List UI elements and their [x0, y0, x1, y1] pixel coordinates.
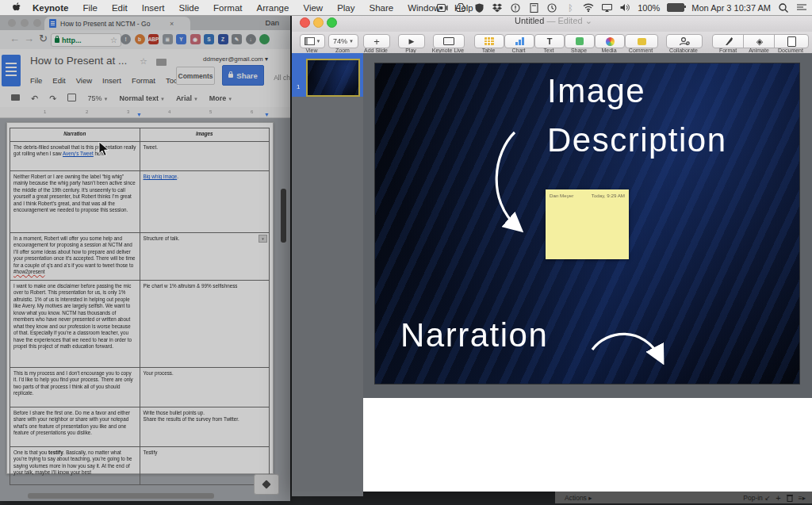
- extension-icon-8[interactable]: ✎: [232, 34, 242, 44]
- shape-button[interactable]: [565, 34, 595, 48]
- battery-icon[interactable]: [667, 3, 684, 12]
- popin-button[interactable]: Pop-in ↙: [743, 494, 770, 502]
- menu-app-name[interactable]: Keynote: [25, 3, 75, 13]
- shield-icon[interactable]: [473, 2, 485, 13]
- media-button[interactable]: [595, 34, 625, 48]
- edited-status[interactable]: — Edited ⌄: [546, 16, 592, 25]
- menu-edit[interactable]: Edit: [105, 3, 135, 13]
- images-cell[interactable]: Big whig image.: [140, 171, 270, 233]
- add-slide-button[interactable]: +: [363, 34, 390, 48]
- view-button[interactable]: ▼: [300, 34, 325, 48]
- document-page[interactable]: NarrationImagesThe debris-filled snowbal…: [6, 122, 274, 474]
- docs-horizontal-scrollbar[interactable]: [28, 493, 214, 499]
- more-button[interactable]: More▼: [209, 94, 232, 102]
- comment-sticky-note[interactable]: Dan Meyer Today, 9:29 AM: [546, 189, 629, 259]
- share-button[interactable]: Share: [222, 65, 264, 86]
- text-button[interactable]: T: [534, 34, 565, 48]
- extension-icon-5[interactable]: ◉: [190, 34, 201, 44]
- volume-icon[interactable]: [619, 2, 630, 13]
- chrome-close-button[interactable]: [8, 19, 16, 27]
- format-button[interactable]: [712, 34, 745, 48]
- menu-slide[interactable]: Slide: [172, 3, 207, 13]
- selected-slide-row[interactable]: 1: [292, 53, 363, 97]
- forward-icon[interactable]: →: [24, 33, 34, 44]
- list-menu[interactable]: ≡▸: [799, 494, 806, 502]
- narration-cell[interactable]: One is that you testify. Basically, no m…: [10, 447, 140, 485]
- trash-icon[interactable]: [787, 494, 793, 502]
- docs-menu-edit[interactable]: Edit: [52, 76, 65, 85]
- narration-cell[interactable]: The debris-filled snowball that is this …: [10, 142, 140, 171]
- images-cell[interactable]: Pie chart w 1% altruism & 99% selfishnes…: [140, 281, 270, 368]
- images-cell[interactable]: Testify: [140, 447, 270, 485]
- add-button[interactable]: +: [776, 493, 780, 503]
- narration-images-table[interactable]: NarrationImagesThe debris-filled snowbal…: [10, 128, 270, 485]
- time-machine-icon[interactable]: [546, 2, 557, 13]
- comment-button[interactable]: [625, 34, 658, 48]
- narration-cell[interactable]: Neither Robert or I are owning the label…: [10, 171, 140, 233]
- menu-insert[interactable]: Insert: [135, 3, 172, 13]
- menu-arrange[interactable]: Arrange: [250, 3, 297, 13]
- doc-link[interactable]: Big whig image: [144, 174, 178, 179]
- narration-cell[interactable]: I want to make one disclaimer before pas…: [10, 281, 140, 368]
- narration-cell[interactable]: In a moment, Robert will offer you some …: [10, 233, 140, 281]
- paint-format-icon[interactable]: [67, 94, 76, 103]
- docs-logo-icon[interactable]: [2, 55, 21, 86]
- reload-icon[interactable]: ↻: [39, 33, 48, 44]
- font-select[interactable]: Arial▼: [176, 94, 198, 102]
- images-cell[interactable]: Tweet.: [140, 142, 270, 171]
- extension-icon-3[interactable]: ≣: [163, 34, 173, 44]
- docs-menu-format[interactable]: Format: [132, 76, 155, 85]
- bluetooth-icon[interactable]: ᛒ: [565, 2, 576, 13]
- images-cell[interactable]: Write those bullet points up.Share the r…: [140, 407, 270, 447]
- docs-menu-insert[interactable]: Insert: [102, 76, 121, 85]
- archive-icon[interactable]: [528, 2, 539, 13]
- keynote-live-button[interactable]: [433, 34, 465, 48]
- narration-cell[interactable]: This is my process and I don’t encourage…: [10, 368, 140, 407]
- alert-icon[interactable]: [510, 2, 521, 13]
- extension-icon-9[interactable]: ↓: [246, 34, 256, 44]
- slide[interactable]: Image Description Narration Dan Meyer To…: [375, 63, 799, 384]
- extension-icon-0[interactable]: !: [121, 34, 131, 44]
- images-cell[interactable]: Structure of talk.▾: [140, 233, 270, 281]
- dropbox-icon[interactable]: [492, 2, 503, 13]
- presenter-notes-area[interactable]: [363, 398, 812, 492]
- menu-format[interactable]: Format: [206, 3, 249, 13]
- menu-share[interactable]: Share: [362, 3, 401, 13]
- chart-button[interactable]: [504, 34, 534, 48]
- menu-view[interactable]: View: [296, 3, 330, 13]
- address-bar[interactable]: http... ☆: [51, 33, 121, 47]
- star-icon[interactable]: ☆: [140, 56, 147, 67]
- apple-menu-icon[interactable]: [11, 2, 22, 13]
- extension-icon-1[interactable]: b: [135, 34, 145, 44]
- actions-menu[interactable]: Actions ▸: [555, 494, 592, 502]
- menu-clock[interactable]: Mon Apr 3 10:37 AM: [691, 3, 771, 13]
- account-email[interactable]: ddmeyer@gmail.com ▾: [203, 55, 268, 63]
- docs-menu-file[interactable]: File: [30, 76, 42, 85]
- extension-icon-2[interactable]: ABP: [148, 34, 159, 44]
- menu-play[interactable]: Play: [330, 3, 362, 13]
- bookmark-star-icon[interactable]: ☆: [110, 36, 117, 44]
- paragraph-style-select[interactable]: Normal text▼: [119, 94, 164, 102]
- slide-thumbnail[interactable]: [306, 59, 360, 97]
- drive-icon[interactable]: [455, 2, 466, 13]
- comment-marker-icon[interactable]: ▾: [259, 235, 267, 243]
- tab-close-icon[interactable]: ×: [170, 20, 174, 28]
- table-button[interactable]: [474, 34, 504, 48]
- document-button[interactable]: [774, 34, 809, 48]
- chrome-minimize-button[interactable]: [21, 19, 29, 27]
- browser-tab[interactable]: How to Present at NCTM - Go ×: [44, 17, 190, 30]
- screen-record-icon[interactable]: [437, 2, 448, 13]
- images-cell[interactable]: Your process.: [140, 368, 270, 407]
- extension-icon-6[interactable]: S: [204, 34, 214, 44]
- zoom-control[interactable]: 74% ▼: [328, 34, 358, 48]
- doc-link[interactable]: Avery’s Tweet: [63, 151, 94, 156]
- indent-marker-icon[interactable]: ▼: [136, 112, 142, 117]
- docs-menu-view[interactable]: View: [76, 76, 92, 85]
- zoom-select[interactable]: 75%▼: [87, 94, 108, 102]
- chrome-zoom-button[interactable]: [33, 19, 41, 27]
- document-title[interactable]: How to Present at ...: [30, 55, 127, 67]
- spotlight-icon[interactable]: [778, 2, 789, 13]
- back-icon[interactable]: ←: [10, 33, 20, 44]
- wifi-icon[interactable]: [583, 2, 594, 13]
- play-button[interactable]: ▶: [398, 34, 425, 48]
